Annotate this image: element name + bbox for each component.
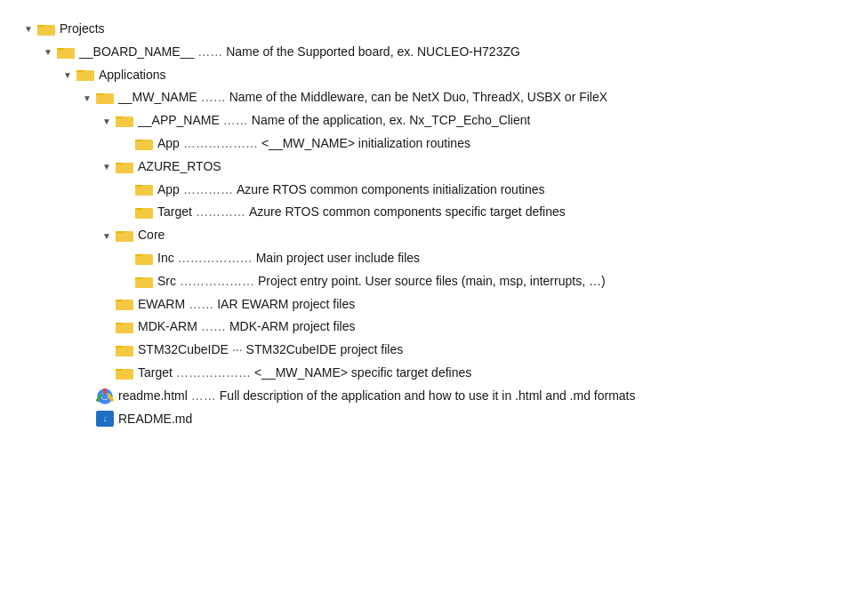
folder-icon — [116, 343, 133, 357]
node-label: readme.html — [118, 386, 188, 407]
folder-icon — [135, 182, 153, 196]
svg-rect-2 — [37, 27, 55, 36]
node-description: IAR EWARM project files — [217, 294, 355, 316]
node-label: MDK-ARM — [138, 316, 197, 338]
folder-icon — [135, 275, 153, 289]
svg-rect-29 — [116, 233, 133, 242]
tree-item-stm32cubide[interactable]: STM32CubeIDE···STM32CubeIDE project file… — [21, 339, 823, 362]
svg-rect-44 — [116, 348, 133, 356]
tree-item-applications[interactable]: ▼ Applications — [21, 64, 823, 87]
node-description: MDK-ARM project files — [229, 316, 356, 338]
separator-dots: ………… — [196, 202, 245, 223]
node-label: Core — [138, 225, 165, 246]
node-description: Project entry point. User source files (… — [258, 271, 606, 292]
tree-item-core[interactable]: ▼ Core — [21, 224, 823, 247]
tree-toggle[interactable]: ▼ — [100, 114, 114, 128]
folder-icon — [57, 45, 75, 60]
node-description: Name of the application, ex. Nx_TCP_Echo… — [252, 110, 531, 132]
folder-icon — [116, 160, 133, 174]
file-tree: ▼ Projects▼ __BOARD_NAME__……Name of the … — [21, 18, 823, 430]
separator-dots: ……………… — [178, 248, 253, 269]
node-label: AZURE_RTOS — [138, 156, 221, 178]
node-label: App — [157, 133, 180, 155]
node-label: Target — [138, 363, 173, 384]
folder-icon — [135, 205, 153, 220]
svg-rect-26 — [135, 210, 153, 219]
node-description: Full description of the application and … — [220, 386, 636, 407]
chrome-icon — [96, 388, 114, 405]
folder-icon — [76, 68, 94, 82]
separator-dots: ………… — [183, 180, 233, 201]
svg-rect-5 — [57, 50, 75, 59]
tree-item-readme-html[interactable]: readme.html……Full description of the app… — [21, 385, 823, 408]
node-label: README.md — [118, 409, 192, 430]
node-label: Src — [157, 271, 176, 292]
folder-icon — [116, 320, 133, 334]
node-label: Target — [157, 202, 192, 223]
separator-dots: ……………… — [176, 363, 251, 384]
folder-icon — [116, 114, 133, 128]
tree-item-app-name[interactable]: ▼ __APP_NAME……Name of the application, e… — [21, 109, 823, 132]
folder-icon — [135, 137, 153, 151]
svg-rect-38 — [116, 301, 133, 310]
tree-item-readme-md[interactable]: ↓README.md — [21, 408, 823, 431]
tree-toggle[interactable]: ▼ — [80, 91, 94, 105]
tree-item-mdk-arm[interactable]: MDK-ARM……MDK-ARM project files — [21, 316, 823, 339]
folder-icon — [116, 228, 133, 243]
svg-rect-23 — [135, 187, 153, 196]
svg-rect-41 — [116, 324, 133, 333]
node-label: STM32CubeIDE — [138, 340, 229, 361]
separator-dots: ……………… — [180, 271, 254, 292]
node-label: Projects — [60, 19, 105, 40]
tree-item-projects[interactable]: ▼ Projects — [21, 18, 823, 41]
svg-rect-47 — [116, 371, 133, 380]
separator-dots: …… — [191, 386, 216, 407]
tree-toggle[interactable]: ▼ — [21, 22, 36, 36]
separator-dots: ··· — [232, 340, 243, 361]
node-label: App — [157, 180, 180, 201]
tree-item-target1[interactable]: Target…………Azure RTOS common components s… — [21, 201, 823, 224]
svg-rect-14 — [116, 118, 133, 127]
tree-item-target2[interactable]: Target………………<__MW_NAME> specific target … — [21, 362, 823, 385]
node-description: <__MW_NAME> initialization routines — [261, 133, 470, 155]
separator-dots: …… — [223, 110, 248, 132]
node-label: __MW_NAME — [118, 87, 197, 108]
separator-dots: …… — [201, 316, 226, 338]
tree-item-src[interactable]: Src………………Project entry point. User sourc… — [21, 270, 823, 293]
tree-toggle[interactable]: ▼ — [60, 68, 75, 82]
node-description: Name of the Middleware, can be NetX Duo,… — [229, 87, 607, 108]
folder-icon — [116, 297, 133, 311]
node-label: Inc — [157, 248, 174, 269]
tree-item-app1[interactable]: App………………<__MW_NAME> initialization rout… — [21, 132, 823, 156]
folder-icon — [96, 91, 114, 105]
svg-rect-20 — [116, 164, 133, 173]
separator-dots: ……………… — [183, 133, 258, 155]
tree-item-mw-name[interactable]: ▼ __MW_NAME……Name of the Middleware, can… — [21, 86, 823, 109]
node-label: Applications — [99, 65, 166, 86]
separator-dots: …… — [189, 294, 213, 316]
separator-dots: …… — [201, 87, 226, 108]
svg-rect-32 — [135, 256, 153, 265]
tree-toggle[interactable]: ▼ — [41, 45, 55, 60]
tree-item-azure-rtos[interactable]: ▼ AZURE_RTOS — [21, 156, 823, 179]
node-label: __APP_NAME — [138, 110, 220, 132]
svg-rect-35 — [135, 279, 153, 288]
tree-toggle[interactable]: ▼ — [100, 228, 114, 243]
tree-item-ewarm[interactable]: EWARM……IAR EWARM project files — [21, 293, 823, 316]
svg-point-50 — [102, 393, 109, 399]
node-description: Name of the Supported board, ex. NUCLEO-… — [226, 42, 520, 63]
tree-item-app2[interactable]: App…………Azure RTOS common components init… — [21, 179, 823, 202]
tree-toggle[interactable]: ▼ — [100, 160, 114, 174]
node-description: <__MW_NAME> specific target defines — [254, 363, 471, 384]
separator-dots: …… — [197, 42, 222, 63]
node-description: Main project user include files — [256, 248, 420, 269]
node-description: STM32CubeIDE project files — [246, 340, 404, 361]
folder-icon — [135, 252, 153, 266]
node-description: Azure RTOS common components specific ta… — [249, 202, 566, 223]
tree-item-inc[interactable]: Inc………………Main project user include files — [21, 247, 823, 270]
svg-rect-8 — [76, 72, 94, 81]
folder-icon — [116, 366, 133, 380]
svg-rect-17 — [135, 141, 153, 150]
tree-item-board-name[interactable]: ▼ __BOARD_NAME__……Name of the Supported … — [21, 41, 823, 64]
node-label: __BOARD_NAME__ — [79, 42, 194, 63]
